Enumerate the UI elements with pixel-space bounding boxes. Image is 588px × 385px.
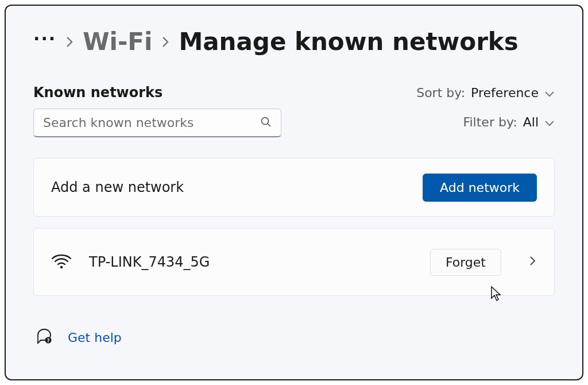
chevron-right-icon[interactable]: [529, 255, 537, 270]
get-help-row: ? Get help: [36, 328, 555, 346]
chevron-right-icon: [161, 36, 169, 48]
add-network-button[interactable]: Add network: [423, 174, 537, 202]
add-network-card: Add a new network Add network: [33, 158, 555, 217]
page-title: Manage known networks: [179, 28, 518, 56]
section-header: Known networks: [33, 84, 281, 101]
svg-point-0: [262, 117, 269, 124]
svg-point-2: [60, 266, 63, 268]
help-icon: ?: [36, 328, 53, 346]
forget-button[interactable]: Forget: [430, 249, 501, 276]
search-icon: [260, 116, 272, 130]
filter-by-label: Filter by:: [463, 115, 517, 129]
search-input-container[interactable]: [33, 109, 281, 137]
svg-text:?: ?: [47, 338, 50, 344]
filter-by-value: All: [523, 115, 539, 129]
svg-line-1: [268, 124, 270, 126]
add-network-label: Add a new network: [51, 179, 184, 195]
breadcrumb-more-button[interactable]: ···: [33, 29, 56, 55]
sort-by-value: Preference: [471, 86, 539, 100]
search-input[interactable]: [43, 116, 254, 130]
chevron-right-icon: [65, 36, 74, 48]
breadcrumb: ··· Wi-Fi Manage known networks: [33, 28, 555, 56]
breadcrumb-wifi-link[interactable]: Wi-Fi: [83, 28, 152, 56]
chevron-down-icon: [544, 115, 555, 129]
filter-by-dropdown[interactable]: Filter by: All: [463, 115, 555, 129]
get-help-link[interactable]: Get help: [68, 330, 122, 345]
sort-by-dropdown[interactable]: Sort by: Preference: [416, 86, 555, 100]
network-item[interactable]: TP-LINK_7434_5G Forget: [33, 228, 555, 296]
sort-by-label: Sort by:: [416, 86, 465, 100]
wifi-icon: [51, 253, 72, 271]
chevron-down-icon: [544, 86, 555, 100]
network-name: TP-LINK_7434_5G: [89, 254, 413, 270]
